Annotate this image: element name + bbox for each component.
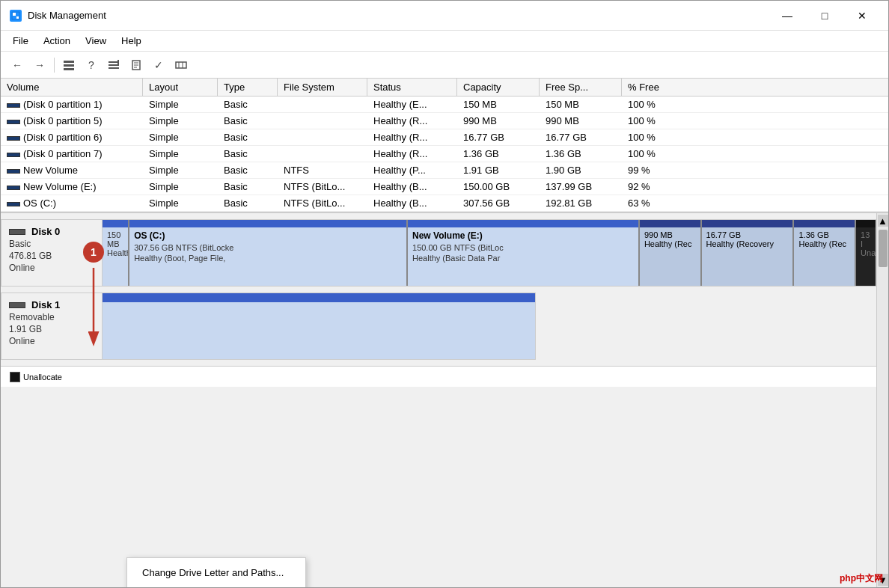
td-volume: (Disk 0 partition 6) [1,129,143,145]
disk1-icon [9,302,25,308]
disk0-name: Disk 0 [9,226,94,237]
td-layout: Simple [143,113,218,129]
disk0-part6[interactable]: 16.77 GB Healthy (Recovery [702,220,795,286]
ctx-change-drive-letter[interactable]: Change Drive Letter and Paths... [127,561,305,584]
td-layout: Simple [143,195,218,211]
volume-icon [7,202,20,206]
header-freepct: % Free [622,79,888,96]
disk1-part1[interactable] [103,293,535,359]
td-capacity: 1.36 GB [457,146,540,162]
svg-rect-4 [64,64,74,67]
help-button[interactable]: ? [81,55,102,75]
disk-list-button[interactable] [58,55,79,75]
td-freepct: 100 % [622,146,682,162]
td-volume: New Volume (E:) [1,179,143,195]
table-row[interactable]: OS (C:) Simple Basic NTFS (BitLo... Heal… [1,195,888,212]
menu-file[interactable]: File [7,33,34,49]
header-capacity: Capacity [457,79,540,96]
window-controls: — □ ✕ [770,4,879,28]
td-volume: (Disk 0 partition 7) [1,146,143,162]
disk0-part1[interactable]: 150 MB Healthy [103,220,129,286]
disk1-label: Disk 1 Removable 1.91 GB Online [1,293,102,360]
close-button[interactable]: ✕ [845,4,879,28]
svg-rect-6 [109,61,119,63]
td-freespace: 192.81 GB [540,195,622,211]
disk1-status: Online [9,336,94,346]
td-freepct: 63 % [622,195,682,211]
table-row[interactable]: New Volume Simple Basic NTFS Healthy (P.… [1,162,888,179]
td-fs: NTFS (BitLo... [278,179,367,195]
legend-unallocated-box [10,372,20,382]
disk0-type: Basic [9,239,94,249]
title-bar: Disk Management — □ ✕ [1,1,888,31]
svg-rect-9 [117,60,119,64]
disk0-part-c[interactable]: OS (C:) 307.56 GB NTFS (BitLocke Healthy… [129,220,408,286]
toolbar: ← → ? ✓ [1,52,888,79]
td-fs: NTFS [278,162,367,178]
forward-button[interactable]: → [29,55,50,75]
td-freepct: 100 % [622,97,682,112]
svg-rect-8 [109,67,119,69]
scroll-up-button[interactable]: ▲ [878,215,888,227]
td-status: Healthy (P... [367,162,457,178]
disk0-row: Disk 0 Basic 476.81 GB Online 150 MB Hea… [1,219,876,287]
td-status: Healthy (R... [367,129,457,145]
td-fs [278,102,367,107]
minimize-button[interactable]: — [770,4,804,28]
ctx-eject[interactable]: Eject [127,584,305,587]
table-row[interactable]: (Disk 0 partition 7) Simple Basic Health… [1,146,888,162]
properties-toolbar-button[interactable] [126,55,147,75]
back-button[interactable]: ← [7,55,28,75]
window-title: Disk Management [28,10,106,21]
td-freespace: 1.90 GB [540,162,622,178]
td-layout: Simple [143,162,218,178]
map-button[interactable] [171,55,192,75]
td-status: Healthy (E... [367,97,457,112]
volume-icon [7,103,20,108]
svg-rect-1 [13,13,16,16]
menu-view[interactable]: View [79,33,112,49]
td-capacity: 16.77 GB [457,129,540,145]
context-menu: Change Drive Letter and Paths... Eject P… [126,557,306,587]
table-row[interactable]: (Disk 0 partition 6) Simple Basic Health… [1,129,888,146]
annotation-circle-1: 1 [83,242,104,263]
app-icon [10,10,22,22]
menu-help[interactable]: Help [115,33,147,49]
disk0-partitions: 150 MB Healthy OS (C:) 307.56 GB NTFS (B… [102,219,876,287]
table-body: (Disk 0 partition 1) Simple Basic Health… [1,97,888,212]
vertical-scrollbar[interactable]: ▲ ▼ [876,213,888,587]
refresh-button[interactable] [103,55,124,75]
volume-icon [7,120,20,124]
disk1-size: 1.91 GB [9,324,94,334]
legend-bar: Unallocate [1,366,876,387]
disk0-part7[interactable]: 1.36 GB Healthy (Rec [794,220,856,286]
td-freepct: 92 % [622,179,682,195]
check-button[interactable]: ✓ [148,55,169,75]
maximize-button[interactable]: □ [807,4,842,28]
td-layout: Simple [143,179,218,195]
disk1-name: Disk 1 [9,299,94,310]
disk1-type: Removable [9,312,94,322]
title-bar-left: Disk Management [10,10,106,22]
volume-icon [7,153,20,157]
disk0-status: Online [9,263,94,273]
td-freespace: 16.77 GB [540,129,622,145]
table-row[interactable]: (Disk 0 partition 5) Simple Basic Health… [1,113,888,129]
td-status: Healthy (B... [367,179,457,195]
table-row[interactable]: New Volume (E:) Simple Basic NTFS (BitLo… [1,179,888,195]
td-layout: Simple [143,97,218,112]
disk0-part5[interactable]: 990 MB Healthy (Rec [640,220,702,286]
td-layout: Simple [143,146,218,162]
svg-rect-13 [176,62,186,68]
table-row[interactable]: (Disk 0 partition 1) Simple Basic Health… [1,97,888,113]
menu-action[interactable]: Action [37,33,76,49]
table-header: Volume Layout Type File System Status Ca… [1,79,888,97]
toolbar-separator-1 [54,58,55,73]
scroll-thumb[interactable] [879,230,888,267]
td-fs: NTFS (BitLo... [278,195,367,211]
disk0-part-e[interactable]: New Volume (E:) 150.00 GB NTFS (BitLoc H… [408,220,640,286]
watermark: php中文网 [840,572,883,585]
disk0-size: 476.81 GB [9,251,94,261]
td-status: Healthy (R... [367,113,457,129]
disk0-unallocated[interactable]: 13 I Una [856,220,876,286]
